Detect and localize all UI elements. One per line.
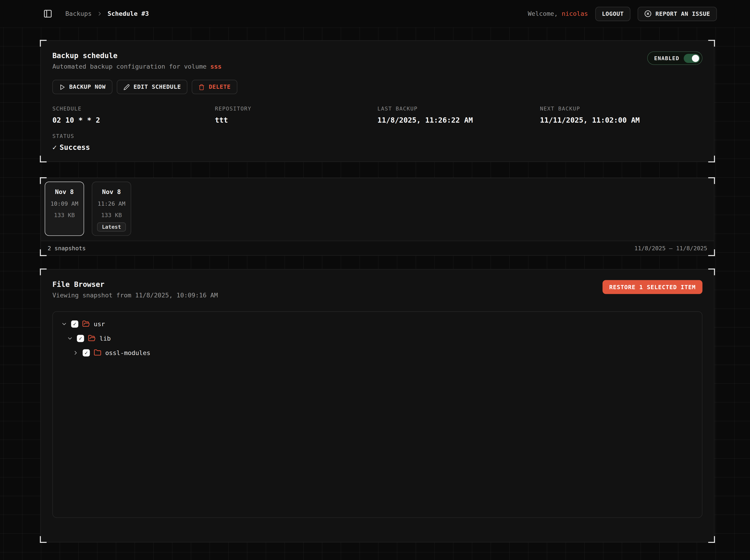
corner-bracket-bottom-left — [40, 536, 46, 543]
check-icon: ✓ — [53, 143, 57, 152]
snapshots-footer: 2 snapshots 11/8/2025 – 11/8/2025 — [41, 241, 714, 255]
tree-row-lib[interactable]: lib — [53, 333, 702, 344]
corner-bracket-bottom-right — [708, 156, 715, 162]
file-browser-header-text: File Browser Viewing snapshot from 11/8/… — [53, 280, 218, 299]
volume-name: sss — [210, 63, 221, 70]
tree-label-usr: usr — [94, 320, 105, 327]
backup-schedule-panel: Backup schedule Automated backup configu… — [40, 40, 714, 162]
toggle-knob — [692, 55, 699, 62]
panel-left-icon — [43, 9, 52, 18]
snapshot-card-selected[interactable]: Nov 8 10:09 AM 133 KB — [45, 182, 84, 236]
chevron-down-icon[interactable] — [61, 321, 67, 327]
chevron-right-icon[interactable] — [73, 349, 79, 356]
corner-bracket-top-right — [708, 40, 715, 46]
logout-button[interactable]: LOGOUT — [595, 6, 630, 21]
status-value: Success — [59, 143, 90, 152]
report-issue-button[interactable]: REPORT AN ISSUE — [638, 6, 717, 21]
folder-open-icon — [82, 320, 90, 328]
field-repository: REPOSITORY ttt — [215, 106, 377, 124]
corner-bracket-top-right — [708, 177, 715, 184]
tree-row-ossl-modules[interactable]: ossl-modules — [53, 347, 702, 358]
report-issue-label: REPORT AN ISSUE — [655, 10, 710, 17]
file-browser-panel: File Browser Viewing snapshot from 11/8/… — [40, 269, 714, 542]
sidebar-toggle-button[interactable] — [42, 8, 53, 19]
schedule-panel-subtitle: Automated backup configuration for volum… — [53, 63, 222, 70]
pencil-icon — [123, 84, 130, 90]
snapshot-date-range: 11/8/2025 – 11/8/2025 — [634, 245, 707, 252]
topbar: Backups Schedule #3 Welcome, nicolas LOG… — [0, 0, 750, 27]
field-next-backup: NEXT BACKUP 11/11/2025, 11:02:00 AM — [540, 106, 703, 124]
username: nicolas — [562, 10, 588, 17]
file-browser-subtitle: Viewing snapshot from 11/8/2025, 10:09:1… — [53, 292, 218, 299]
file-browser-title: File Browser — [53, 280, 218, 289]
checkbox-ossl-modules[interactable] — [83, 349, 90, 356]
toggle-switch[interactable] — [684, 54, 700, 63]
folder-open-icon — [88, 335, 96, 342]
corner-bracket-bottom-right — [708, 249, 715, 256]
edit-schedule-button[interactable]: EDIT SCHEDULE — [117, 80, 188, 94]
corner-bracket-bottom-left — [40, 249, 46, 256]
tree-label-ossl-modules: ossl-modules — [105, 349, 150, 356]
corner-bracket-top-left — [40, 268, 46, 275]
corner-bracket-bottom-left — [40, 156, 46, 162]
topbar-right: Welcome, nicolas LOGOUT REPORT AN ISSUE — [528, 6, 717, 21]
corner-bracket-top-left — [40, 177, 46, 184]
play-icon — [59, 84, 65, 90]
schedule-header-text: Backup schedule Automated backup configu… — [53, 52, 222, 70]
latest-badge: Latest — [97, 222, 125, 232]
tree-label-lib: lib — [100, 335, 111, 342]
enabled-label: ENABLED — [654, 55, 679, 61]
enabled-toggle[interactable]: ENABLED — [648, 52, 703, 65]
trash-icon — [199, 84, 205, 90]
snapshot-card-latest[interactable]: Nov 8 11:26 AM 133 KB Latest — [92, 182, 131, 236]
breadcrumb: Backups Schedule #3 — [65, 10, 149, 17]
corner-bracket-bottom-right — [708, 536, 715, 543]
snapshot-cards: Nov 8 10:09 AM 133 KB Nov 8 11:26 AM 133… — [41, 178, 714, 241]
chevron-right-icon — [97, 11, 103, 17]
corner-bracket-top-right — [708, 268, 715, 275]
snapshot-count: 2 snapshots — [47, 245, 86, 252]
schedule-fields: SCHEDULE 02 10 * * 2 REPOSITORY ttt LAST… — [53, 106, 703, 124]
corner-bracket-top-left — [40, 40, 46, 46]
checkbox-usr[interactable] — [71, 320, 78, 327]
field-schedule: SCHEDULE 02 10 * * 2 — [53, 106, 215, 124]
schedule-actions: BACKUP NOW EDIT SCHEDULE DELETE — [53, 80, 703, 94]
checkbox-lib[interactable] — [77, 335, 84, 342]
report-issue-icon — [645, 10, 652, 17]
breadcrumb-current: Schedule #3 — [107, 10, 149, 17]
chevron-down-icon[interactable] — [67, 335, 73, 341]
file-tree: usr lib ossl-modules — [53, 311, 703, 518]
tree-row-usr[interactable]: usr — [53, 318, 702, 329]
app-root: Backups Schedule #3 Welcome, nicolas LOG… — [0, 0, 750, 560]
folder-icon — [94, 349, 101, 357]
welcome-text: Welcome, nicolas — [528, 10, 588, 17]
delete-button[interactable]: DELETE — [192, 80, 237, 94]
snapshots-panel: Nov 8 10:09 AM 133 KB Nov 8 11:26 AM 133… — [40, 178, 714, 256]
field-status: STATUS ✓Success — [53, 133, 703, 152]
field-last-backup: LAST BACKUP 11/8/2025, 11:26:22 AM — [377, 106, 540, 124]
restore-button[interactable]: RESTORE 1 SELECTED ITEM — [603, 280, 703, 294]
backup-now-button[interactable]: BACKUP NOW — [53, 80, 112, 94]
breadcrumb-backups[interactable]: Backups — [65, 10, 92, 17]
schedule-panel-title: Backup schedule — [53, 52, 222, 60]
